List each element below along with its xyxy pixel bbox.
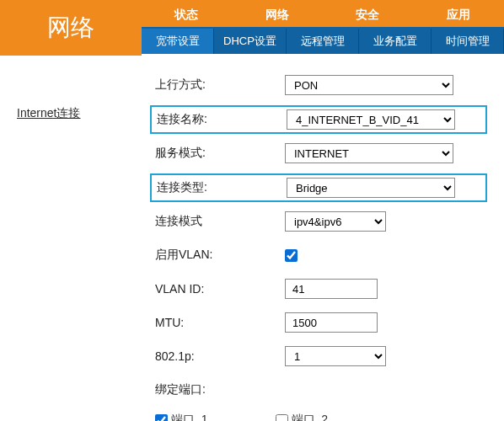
row-vlanid: VLAN ID: [150, 278, 487, 300]
sidebar: 网络 Internet连接 [0, 0, 142, 421]
select-service[interactable]: INTERNET [285, 143, 453, 163]
port-item-1[interactable]: 端口_1 [155, 413, 208, 421]
row-uplink: 上行方式: PON [150, 74, 487, 96]
tab-network[interactable]: 网络 [233, 0, 324, 27]
input-mtu[interactable] [285, 312, 378, 333]
label-mtu: MTU: [150, 316, 285, 329]
row-connmode: 连接模式 ipv4&ipv6 [150, 210, 487, 232]
checkbox-port-1[interactable] [155, 414, 168, 422]
checkbox-port-2[interactable] [276, 414, 288, 422]
label-connmode: 连接模式 [150, 214, 285, 229]
select-8021p[interactable]: 1 [285, 346, 386, 366]
app-root: 网络 Internet连接 状态 网络 安全 应用 宽带设置 DHCP设置 远程… [0, 0, 504, 421]
row-conntype: 连接类型: Bridge [150, 173, 487, 202]
row-connname: 连接名称: 4_INTERNET_B_VID_41 [150, 105, 487, 134]
sidebar-nav: Internet连接 [0, 56, 142, 121]
row-vlan-enable: 启用VLAN: [150, 244, 487, 266]
row-bindport: 绑定端口: [150, 379, 487, 401]
row-ports: 端口_1 端口_2 [150, 413, 487, 421]
subtab-broadband[interactable]: 宽带设置 [142, 29, 214, 54]
port-item-2[interactable]: 端口_2 [276, 413, 329, 421]
row-mtu: MTU: [150, 312, 487, 333]
select-conntype[interactable]: Bridge [287, 178, 455, 198]
row-8021p: 802.1p: 1 [150, 345, 487, 367]
subtab-remote[interactable]: 远程管理 [287, 29, 359, 54]
tab-apps[interactable]: 应用 [414, 0, 505, 27]
tab-status[interactable]: 状态 [142, 0, 233, 27]
select-connname[interactable]: 4_INTERNET_B_VID_41 [287, 109, 455, 130]
label-port-2: 端口_2 [292, 413, 329, 421]
label-bindport: 绑定端口: [150, 382, 285, 397]
row-service: 服务模式: INTERNET [150, 142, 487, 164]
label-port-1: 端口_1 [171, 413, 208, 421]
subtab-business[interactable]: 业务配置 [359, 29, 432, 54]
main: 状态 网络 安全 应用 宽带设置 DHCP设置 远程管理 业务配置 时间管理 上… [142, 0, 504, 421]
select-connmode[interactable]: ipv4&ipv6 [285, 211, 386, 232]
sub-tabs: 宽带设置 DHCP设置 远程管理 业务配置 时间管理 [142, 29, 504, 54]
top-tabs: 状态 网络 安全 应用 [142, 0, 504, 29]
label-vlan-enable: 启用VLAN: [150, 248, 285, 263]
sidebar-title: 网络 [0, 0, 142, 56]
label-vlanid: VLAN ID: [150, 282, 285, 296]
label-service: 服务模式: [150, 146, 285, 161]
form-area: 上行方式: PON 连接名称: 4_INTERNET_B_VID_41 服务模式… [142, 54, 504, 421]
subtab-dhcp[interactable]: DHCP设置 [214, 29, 287, 54]
label-uplink: 上行方式: [150, 77, 285, 93]
sidebar-item-internet[interactable]: Internet连接 [17, 106, 142, 121]
input-vlanid[interactable] [285, 279, 378, 299]
label-connname: 连接名称: [152, 112, 287, 127]
select-uplink[interactable]: PON [285, 75, 453, 95]
checkbox-vlan-enable[interactable] [285, 249, 298, 262]
label-conntype: 连接类型: [152, 180, 287, 195]
label-8021p: 802.1p: [150, 349, 285, 363]
subtab-time[interactable]: 时间管理 [432, 29, 504, 54]
tab-security[interactable]: 安全 [323, 0, 414, 27]
